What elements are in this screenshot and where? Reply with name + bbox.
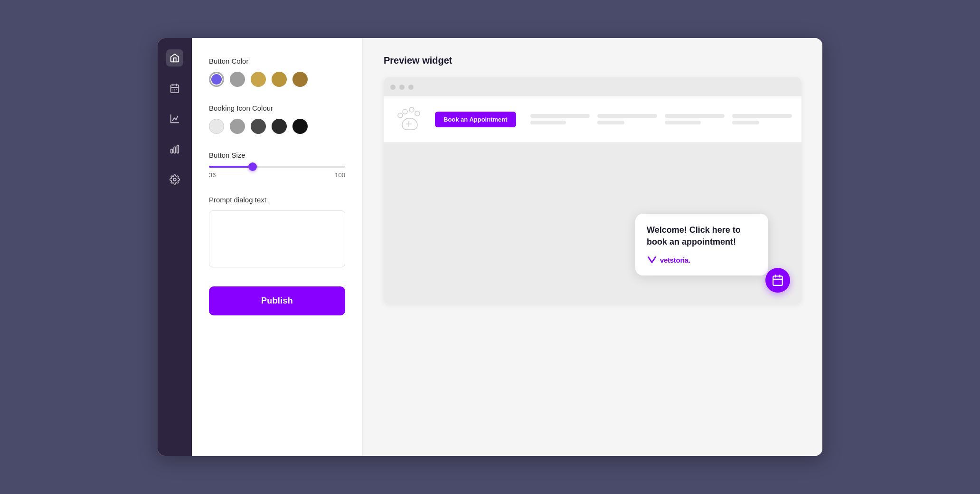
mock-line (732, 114, 792, 118)
vetstoria-brand-name: vetstoria. (660, 256, 690, 264)
prompt-textarea[interactable] (209, 210, 345, 267)
button-size-section: Button Size 36 100 (209, 151, 345, 179)
popup-text: Welcome! Click here to book an appointme… (647, 224, 757, 248)
mock-nav-item-1 (530, 114, 590, 124)
mock-line-short (665, 121, 701, 124)
paw-icon (393, 105, 426, 133)
website-mockup: Book an Appointment (384, 77, 801, 304)
mock-nav (530, 114, 792, 124)
publish-button[interactable]: Publish (209, 286, 345, 315)
icon-swatch-light-gray[interactable] (230, 119, 245, 134)
vetstoria-logo-icon (647, 255, 657, 265)
brand-period: . (688, 256, 690, 264)
slider-track (209, 166, 345, 168)
prompt-section: Prompt dialog text (209, 196, 345, 269)
svg-rect-11 (773, 276, 782, 285)
mock-page-content: Welcome! Click here to book an appointme… (384, 142, 801, 304)
mock-nav-item-2 (597, 114, 657, 124)
widget-fab-button[interactable] (765, 268, 790, 293)
svg-rect-3 (177, 145, 179, 153)
icon-swatch-dark-gray[interactable] (251, 119, 266, 134)
slider-fill (209, 166, 253, 168)
slider-max-label: 100 (335, 171, 345, 179)
mock-line (530, 114, 590, 118)
icon-swatch-white[interactable] (209, 119, 224, 134)
browser-bar (384, 77, 801, 96)
color-swatch-purple[interactable] (209, 72, 224, 87)
svg-rect-1 (171, 149, 173, 153)
icon-swatch-darker-gray[interactable] (272, 119, 287, 134)
button-size-label: Button Size (209, 151, 345, 159)
chat-popup: Welcome! Click here to book an appointme… (635, 214, 768, 276)
color-swatch-gray[interactable] (230, 72, 245, 87)
fab-calendar-icon (772, 274, 784, 286)
app-container: Button Color Booking Icon Colour Butto (158, 38, 822, 456)
color-swatch-gold1[interactable] (251, 72, 266, 87)
browser-dot-2 (399, 85, 405, 90)
vetstoria-brand: vetstoria. (647, 255, 757, 265)
color-swatch-gold3[interactable] (292, 72, 308, 87)
mock-book-button: Book an Appointment (435, 112, 516, 127)
slider-labels: 36 100 (209, 171, 345, 179)
left-panel: Button Color Booking Icon Colour Butto (192, 38, 363, 456)
paw-svg (396, 105, 424, 133)
svg-rect-2 (174, 147, 176, 153)
sidebar-item-reports[interactable] (166, 141, 183, 158)
svg-point-5 (403, 109, 407, 114)
mock-nav-item-3 (665, 114, 725, 124)
size-slider[interactable] (209, 166, 345, 168)
sidebar-item-calendar[interactable] (166, 80, 183, 97)
brand-storia: storia (670, 256, 688, 264)
slider-thumb[interactable] (248, 162, 257, 171)
sidebar-item-home[interactable] (166, 49, 183, 66)
slider-min-label: 36 (209, 171, 216, 179)
mock-line-short (530, 121, 566, 124)
icon-color-swatches (209, 119, 345, 134)
mock-header: Book an Appointment (384, 96, 801, 142)
sidebar-item-analytics[interactable] (166, 110, 183, 127)
sidebar (158, 38, 192, 456)
browser-dot-1 (390, 85, 396, 90)
preview-panel: Preview widget (363, 38, 822, 456)
icon-swatch-black[interactable] (292, 119, 308, 134)
prompt-label: Prompt dialog text (209, 196, 345, 204)
mock-nav-item-4 (732, 114, 792, 124)
preview-title: Preview widget (384, 55, 801, 66)
browser-dot-3 (408, 85, 414, 90)
mock-line-shorter (732, 121, 759, 124)
button-color-label: Button Color (209, 57, 345, 65)
svg-point-6 (409, 107, 414, 112)
svg-point-8 (398, 113, 403, 118)
sidebar-item-settings[interactable] (166, 171, 183, 188)
button-color-section: Button Color (209, 57, 345, 87)
mock-line (665, 114, 725, 118)
icon-colour-label: Booking Icon Colour (209, 104, 345, 112)
svg-point-7 (415, 111, 420, 116)
mock-line-shorter (597, 121, 624, 124)
color-swatch-gold2[interactable] (272, 72, 287, 87)
button-color-swatches (209, 72, 345, 87)
brand-vet: vet (660, 256, 670, 264)
icon-colour-section: Booking Icon Colour (209, 104, 345, 134)
mock-line (597, 114, 657, 118)
svg-point-4 (173, 178, 176, 181)
